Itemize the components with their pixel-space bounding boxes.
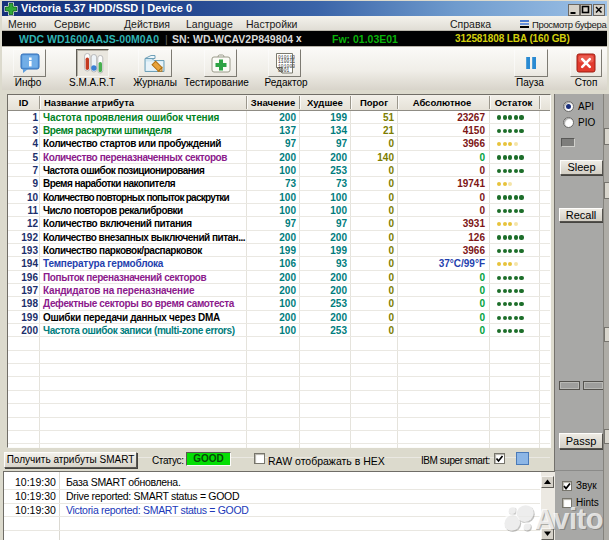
svg-text:0001: 0001 [278, 68, 290, 73]
svg-text:Avito: Avito [534, 503, 603, 534]
